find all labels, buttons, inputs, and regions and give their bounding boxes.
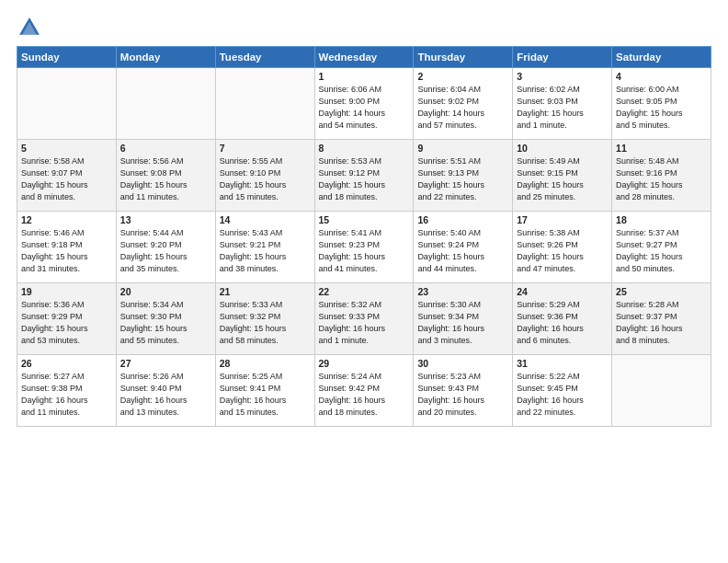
day-cell: 11Sunrise: 5:48 AM Sunset: 9:16 PM Dayli…: [612, 140, 711, 212]
day-number: 30: [417, 358, 508, 369]
calendar-table: SundayMondayTuesdayWednesdayThursdayFrid…: [17, 46, 711, 427]
day-cell: 24Sunrise: 5:29 AM Sunset: 9:36 PM Dayli…: [513, 283, 612, 355]
day-number: 6: [120, 143, 211, 154]
day-number: 22: [319, 286, 410, 297]
day-number: 20: [120, 286, 211, 297]
day-info: Sunrise: 5:34 AM Sunset: 9:30 PM Dayligh…: [120, 299, 211, 347]
day-info: Sunrise: 5:25 AM Sunset: 9:41 PM Dayligh…: [220, 371, 311, 419]
day-info: Sunrise: 5:30 AM Sunset: 9:34 PM Dayligh…: [417, 299, 508, 347]
logo-icon: [17, 15, 42, 40]
day-cell: 31Sunrise: 5:22 AM Sunset: 9:45 PM Dayli…: [513, 355, 612, 427]
day-info: Sunrise: 5:36 AM Sunset: 9:29 PM Dayligh…: [21, 299, 112, 347]
week-row-3: 12Sunrise: 5:46 AM Sunset: 9:18 PM Dayli…: [17, 212, 711, 283]
day-cell: 12Sunrise: 5:46 AM Sunset: 9:18 PM Dayli…: [17, 212, 117, 283]
day-info: Sunrise: 5:27 AM Sunset: 9:38 PM Dayligh…: [21, 371, 112, 419]
day-info: Sunrise: 5:33 AM Sunset: 9:32 PM Dayligh…: [220, 299, 311, 347]
day-info: Sunrise: 5:32 AM Sunset: 9:33 PM Dayligh…: [319, 299, 410, 347]
week-row-2: 5Sunrise: 5:58 AM Sunset: 9:07 PM Daylig…: [17, 140, 711, 212]
day-cell: 1Sunrise: 6:06 AM Sunset: 9:00 PM Daylig…: [314, 68, 414, 140]
day-number: 27: [120, 358, 211, 369]
day-number: 11: [616, 143, 707, 154]
day-cell: 9Sunrise: 5:51 AM Sunset: 9:13 PM Daylig…: [414, 140, 513, 212]
day-number: 16: [417, 214, 508, 225]
header: [17, 15, 711, 40]
day-info: Sunrise: 5:46 AM Sunset: 9:18 PM Dayligh…: [21, 227, 112, 275]
day-number: 5: [21, 143, 112, 154]
day-number: 26: [21, 358, 112, 369]
day-info: Sunrise: 5:40 AM Sunset: 9:24 PM Dayligh…: [417, 227, 508, 275]
day-number: 8: [319, 143, 410, 154]
day-info: Sunrise: 5:49 AM Sunset: 9:15 PM Dayligh…: [517, 155, 608, 203]
day-number: 31: [517, 358, 608, 369]
day-cell: 21Sunrise: 5:33 AM Sunset: 9:32 PM Dayli…: [215, 283, 314, 355]
day-cell: 18Sunrise: 5:37 AM Sunset: 9:27 PM Dayli…: [612, 212, 711, 283]
day-cell: 25Sunrise: 5:28 AM Sunset: 9:37 PM Dayli…: [612, 283, 711, 355]
day-cell: [17, 68, 117, 140]
day-cell: 20Sunrise: 5:34 AM Sunset: 9:30 PM Dayli…: [116, 283, 215, 355]
col-header-wednesday: Wednesday: [314, 47, 414, 68]
day-info: Sunrise: 5:43 AM Sunset: 9:21 PM Dayligh…: [220, 227, 311, 275]
day-number: 14: [220, 214, 311, 225]
day-cell: 7Sunrise: 5:55 AM Sunset: 9:10 PM Daylig…: [215, 140, 314, 212]
day-number: 17: [517, 214, 608, 225]
col-header-tuesday: Tuesday: [215, 47, 314, 68]
col-header-thursday: Thursday: [414, 47, 513, 68]
day-cell: 4Sunrise: 6:00 AM Sunset: 9:05 PM Daylig…: [612, 68, 711, 140]
week-row-5: 26Sunrise: 5:27 AM Sunset: 9:38 PM Dayli…: [17, 355, 711, 427]
day-number: 10: [517, 143, 608, 154]
day-number: 1: [319, 71, 410, 82]
day-info: Sunrise: 5:53 AM Sunset: 9:12 PM Dayligh…: [319, 155, 410, 203]
day-number: 19: [21, 286, 112, 297]
col-header-saturday: Saturday: [612, 47, 711, 68]
day-number: 18: [616, 214, 707, 225]
day-info: Sunrise: 5:58 AM Sunset: 9:07 PM Dayligh…: [21, 155, 112, 203]
day-cell: 16Sunrise: 5:40 AM Sunset: 9:24 PM Dayli…: [414, 212, 513, 283]
day-number: 3: [517, 71, 608, 82]
day-cell: 19Sunrise: 5:36 AM Sunset: 9:29 PM Dayli…: [17, 283, 117, 355]
day-cell: 10Sunrise: 5:49 AM Sunset: 9:15 PM Dayli…: [513, 140, 612, 212]
day-number: 28: [220, 358, 311, 369]
day-info: Sunrise: 6:04 AM Sunset: 9:02 PM Dayligh…: [417, 84, 508, 132]
day-info: Sunrise: 5:38 AM Sunset: 9:26 PM Dayligh…: [517, 227, 608, 275]
day-info: Sunrise: 5:29 AM Sunset: 9:36 PM Dayligh…: [517, 299, 608, 347]
day-cell: 27Sunrise: 5:26 AM Sunset: 9:40 PM Dayli…: [116, 355, 215, 427]
day-cell: 14Sunrise: 5:43 AM Sunset: 9:21 PM Dayli…: [215, 212, 314, 283]
day-number: 24: [517, 286, 608, 297]
day-number: 25: [616, 286, 707, 297]
day-cell: 30Sunrise: 5:23 AM Sunset: 9:43 PM Dayli…: [414, 355, 513, 427]
day-cell: 23Sunrise: 5:30 AM Sunset: 9:34 PM Dayli…: [414, 283, 513, 355]
day-cell: 26Sunrise: 5:27 AM Sunset: 9:38 PM Dayli…: [17, 355, 117, 427]
day-info: Sunrise: 5:48 AM Sunset: 9:16 PM Dayligh…: [616, 155, 707, 203]
day-info: Sunrise: 5:41 AM Sunset: 9:23 PM Dayligh…: [319, 227, 410, 275]
day-info: Sunrise: 5:23 AM Sunset: 9:43 PM Dayligh…: [417, 371, 508, 419]
logo: [17, 15, 46, 40]
day-info: Sunrise: 5:51 AM Sunset: 9:13 PM Dayligh…: [417, 155, 508, 203]
day-info: Sunrise: 5:26 AM Sunset: 9:40 PM Dayligh…: [120, 371, 211, 419]
day-info: Sunrise: 5:24 AM Sunset: 9:42 PM Dayligh…: [319, 371, 410, 419]
day-number: 23: [417, 286, 508, 297]
day-number: 29: [319, 358, 410, 369]
day-number: 15: [319, 214, 410, 225]
day-number: 7: [220, 143, 311, 154]
day-number: 21: [220, 286, 311, 297]
day-number: 9: [417, 143, 508, 154]
day-cell: 13Sunrise: 5:44 AM Sunset: 9:20 PM Dayli…: [116, 212, 215, 283]
day-cell: [116, 68, 215, 140]
day-number: 13: [120, 214, 211, 225]
day-info: Sunrise: 5:22 AM Sunset: 9:45 PM Dayligh…: [517, 371, 608, 419]
day-number: 12: [21, 214, 112, 225]
day-cell: 15Sunrise: 5:41 AM Sunset: 9:23 PM Dayli…: [314, 212, 414, 283]
day-cell: 5Sunrise: 5:58 AM Sunset: 9:07 PM Daylig…: [17, 140, 117, 212]
header-row: SundayMondayTuesdayWednesdayThursdayFrid…: [17, 47, 711, 68]
day-cell: 2Sunrise: 6:04 AM Sunset: 9:02 PM Daylig…: [414, 68, 513, 140]
day-info: Sunrise: 5:56 AM Sunset: 9:08 PM Dayligh…: [120, 155, 211, 203]
day-cell: 17Sunrise: 5:38 AM Sunset: 9:26 PM Dayli…: [513, 212, 612, 283]
col-header-monday: Monday: [116, 47, 215, 68]
day-cell: 8Sunrise: 5:53 AM Sunset: 9:12 PM Daylig…: [314, 140, 414, 212]
day-info: Sunrise: 5:37 AM Sunset: 9:27 PM Dayligh…: [616, 227, 707, 275]
week-row-1: 1Sunrise: 6:06 AM Sunset: 9:00 PM Daylig…: [17, 68, 711, 140]
day-info: Sunrise: 5:44 AM Sunset: 9:20 PM Dayligh…: [120, 227, 211, 275]
day-number: 2: [417, 71, 508, 82]
day-info: Sunrise: 6:00 AM Sunset: 9:05 PM Dayligh…: [616, 84, 707, 132]
day-cell: [215, 68, 314, 140]
